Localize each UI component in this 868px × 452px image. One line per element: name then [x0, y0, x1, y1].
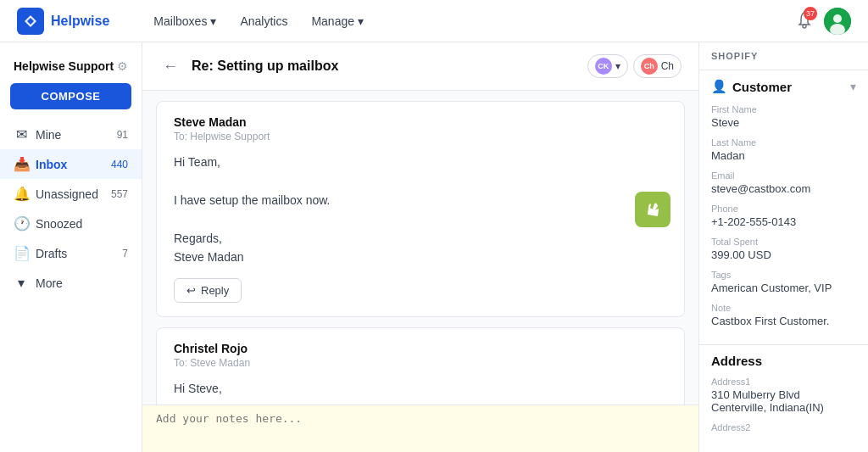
shopify-header: SHOPIFY	[699, 42, 868, 70]
field-total-spent: Total Spent 399.00 USD	[711, 237, 856, 261]
bell-icon[interactable]: 37	[795, 10, 814, 31]
back-button[interactable]: ←	[159, 58, 181, 75]
snoozed-icon: 🕐	[14, 215, 29, 232]
field-value: American Customer, VIP	[711, 282, 856, 294]
field-value: Castbox First Customer.	[711, 315, 856, 327]
notes-input[interactable]	[156, 412, 685, 443]
field-first-name: First Name Steve	[711, 104, 856, 129]
sidebar-item-label: More	[36, 276, 128, 290]
email-subject: Re: Setting up mailbox	[192, 59, 577, 74]
email-sender-1: Steve Madan	[174, 115, 667, 129]
field-address2: Address2	[711, 422, 856, 432]
email-header: ← Re: Setting up mailbox CK ▾ Ch Ch	[142, 42, 698, 91]
sidebar-item-drafts[interactable]: 📄 Drafts 7	[0, 238, 142, 268]
top-navigation: Helpwise Mailboxes ▾ Analytics Manage ▾ …	[0, 0, 868, 42]
drafts-icon: 📄	[14, 245, 29, 261]
sidebar-item-inbox[interactable]: 📥 Inbox 440	[0, 149, 142, 179]
sidebar-item-more[interactable]: ▾ More	[0, 268, 142, 298]
field-label: Email	[711, 170, 856, 181]
sidebar-item-label: Mine	[36, 128, 110, 142]
email-to-2: To: Steve Madan	[174, 357, 667, 369]
nav-mailboxes[interactable]: Mailboxes ▾	[143, 9, 226, 33]
email-card-2: Christel Rojo To: Steve Madan Hi Steve, …	[156, 327, 685, 405]
logo-icon	[17, 8, 44, 35]
sidebar-item-snoozed[interactable]: 🕐 Snoozed	[0, 209, 142, 238]
gear-icon[interactable]: ⚙	[117, 59, 128, 73]
field-value: +1-202-555-0143	[711, 215, 856, 228]
nav-icons: 37	[795, 8, 851, 35]
inbox-count: 440	[111, 159, 128, 170]
sidebar-item-label: Unassigned	[36, 187, 104, 201]
email-sender-2: Christel Rojo	[174, 342, 667, 355]
field-label: Total Spent	[711, 237, 856, 247]
user-avatar[interactable]	[824, 8, 851, 35]
sidebar-item-mine[interactable]: ✉ Mine 91	[0, 120, 142, 149]
nav-links: Mailboxes ▾ Analytics Manage ▾	[143, 9, 374, 33]
reply-icon: ↩	[186, 284, 196, 297]
inbox-icon: 📥	[14, 156, 29, 172]
reply-button[interactable]: ↩ Reply	[174, 278, 242, 303]
customer-section: 👤 Customer ▾ First Name Steve Last Name …	[699, 70, 868, 344]
sidebar-item-unassigned[interactable]: 🔔 Unassigned 557	[0, 179, 142, 209]
reply-label: Reply	[201, 284, 229, 297]
app-layout: Helpwise Support ⚙ COMPOSE ✉ Mine 91 📥 I…	[0, 0, 868, 452]
address-section: Address Address1 310 Mulberry Blvd Cente…	[699, 344, 868, 449]
field-tags: Tags American Customer, VIP	[711, 270, 856, 294]
customer-row: 👤 Customer ▾	[711, 79, 856, 94]
field-label: Address2	[711, 422, 856, 432]
customer-title: 👤 Customer	[711, 79, 792, 94]
nav-manage[interactable]: Manage ▾	[301, 9, 374, 33]
field-value: Madan	[711, 149, 856, 162]
email-body-2: Hi Steve, That's great! Let me know if t…	[174, 379, 667, 405]
sidebar-item-label: Drafts	[36, 247, 115, 260]
svg-point-0	[803, 25, 806, 28]
right-panel: SHOPIFY 👤 Customer ▾ First Name Steve La…	[698, 42, 868, 452]
field-value: Steve	[711, 116, 856, 129]
assignee-avatar-2: Ch	[641, 58, 658, 75]
field-label: Note	[711, 303, 856, 313]
unassigned-icon: 🔔	[14, 186, 29, 202]
bell-badge: 37	[804, 7, 817, 20]
field-value: 399.00 USD	[711, 248, 856, 261]
field-label: Phone	[711, 204, 856, 214]
logo-text: Helpwise	[51, 14, 109, 29]
email-card-1: Steve Madan To: Helpwise Support Hi Team…	[156, 101, 685, 317]
compose-button[interactable]: COMPOSE	[10, 83, 131, 109]
sidebar: Helpwise Support ⚙ COMPOSE ✉ Mine 91 📥 I…	[0, 42, 142, 452]
field-value: steve@castbox.com	[711, 182, 856, 195]
chevron-down-icon: ▾	[358, 14, 364, 28]
logo[interactable]: Helpwise	[17, 8, 109, 35]
nav-analytics[interactable]: Analytics	[230, 9, 298, 33]
chevron-down-icon[interactable]: ▾	[850, 80, 856, 93]
sidebar-item-label: Inbox	[36, 158, 104, 171]
assignee-avatar-1: CK	[595, 58, 612, 75]
field-value: 310 Mulberry Blvd Centerville, Indiana(I…	[711, 388, 856, 414]
emails-container: Steve Madan To: Helpwise Support Hi Team…	[142, 91, 698, 405]
chevron-down-icon: ▾	[615, 60, 620, 72]
email-to-1: To: Helpwise Support	[174, 131, 667, 142]
shopify-badge	[635, 192, 670, 227]
field-label: First Name	[711, 104, 856, 114]
assignee-chip-1[interactable]: CK ▾	[587, 54, 628, 78]
drafts-count: 7	[122, 248, 128, 259]
unassigned-count: 557	[111, 188, 128, 200]
customer-icon: 👤	[711, 79, 727, 94]
address-title: Address	[711, 354, 856, 368]
svg-point-2	[833, 14, 842, 23]
chevron-down-icon: ▾	[210, 14, 216, 28]
email-body-1: Hi Team, I have setup the mailbox now. R…	[174, 153, 667, 266]
sidebar-title: Helpwise Support	[14, 59, 114, 73]
assignee-chip-2[interactable]: Ch Ch	[633, 54, 682, 78]
assignee-chips: CK ▾ Ch Ch	[587, 54, 682, 78]
field-phone: Phone +1-202-555-0143	[711, 204, 856, 228]
main-content: ← Re: Setting up mailbox CK ▾ Ch Ch Stev…	[142, 42, 698, 452]
field-label: Address1	[711, 377, 856, 387]
notes-area	[142, 405, 698, 452]
mine-icon: ✉	[14, 126, 29, 142]
mine-count: 91	[117, 129, 128, 141]
field-label: Tags	[711, 270, 856, 280]
chip-label: Ch	[661, 60, 674, 72]
field-last-name: Last Name Madan	[711, 137, 856, 162]
field-label: Last Name	[711, 137, 856, 148]
field-address1: Address1 310 Mulberry Blvd Centerville, …	[711, 377, 856, 414]
